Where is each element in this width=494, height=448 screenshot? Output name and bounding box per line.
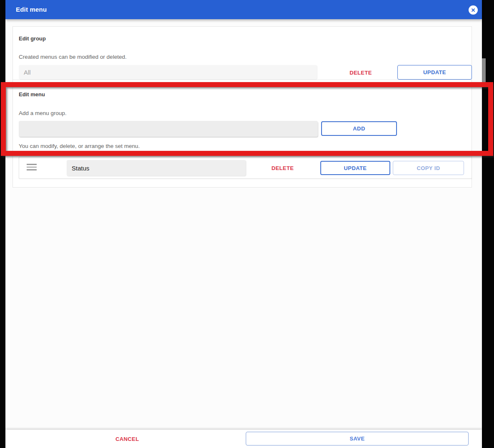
dialog-title: Edit menu bbox=[16, 0, 47, 19]
cancel-button[interactable]: CANCEL bbox=[101, 433, 153, 445]
page-overlay-left bbox=[0, 0, 5, 448]
dialog-header: Edit menu ✕ bbox=[5, 0, 482, 19]
menu-item-name-input[interactable] bbox=[67, 160, 246, 176]
menu-item-update-button[interactable]: UPDATE bbox=[320, 161, 390, 175]
add-menu-group-input[interactable] bbox=[19, 121, 318, 137]
menu-settings-card: Edit group Created menus can be modified… bbox=[12, 26, 472, 188]
save-button[interactable]: SAVE bbox=[246, 432, 469, 445]
drag-handle-icon[interactable] bbox=[27, 164, 37, 172]
close-icon: ✕ bbox=[471, 8, 476, 13]
menu-item-delete-button[interactable]: DELETE bbox=[263, 162, 302, 174]
dialog-footer: CANCEL SAVE bbox=[5, 430, 482, 448]
group-delete-button[interactable]: DELETE bbox=[321, 66, 400, 79]
add-menu-group-description: Add a menu group. bbox=[19, 110, 67, 116]
section-divider bbox=[13, 80, 472, 80]
group-update-button[interactable]: UPDATE bbox=[397, 65, 472, 80]
menu-item-copy-id-button[interactable]: COPY ID bbox=[393, 161, 464, 175]
edit-menu-dialog: Edit menu ✕ Edit group Created menus can… bbox=[5, 0, 482, 448]
edit-group-heading: Edit group bbox=[19, 35, 46, 42]
scrollbar-thumb[interactable] bbox=[482, 58, 486, 82]
add-button[interactable]: ADD bbox=[321, 121, 397, 136]
edit-group-description: Created menus can be modified or deleted… bbox=[19, 54, 127, 60]
edit-menu-heading: Edit menu bbox=[19, 91, 45, 98]
menu-item-row: DELETE UPDATE COPY ID bbox=[19, 157, 472, 179]
close-button[interactable]: ✕ bbox=[469, 5, 478, 15]
arrange-menu-description: You can modify, delete, or arrange the s… bbox=[19, 143, 140, 149]
group-name-input[interactable] bbox=[19, 65, 317, 79]
